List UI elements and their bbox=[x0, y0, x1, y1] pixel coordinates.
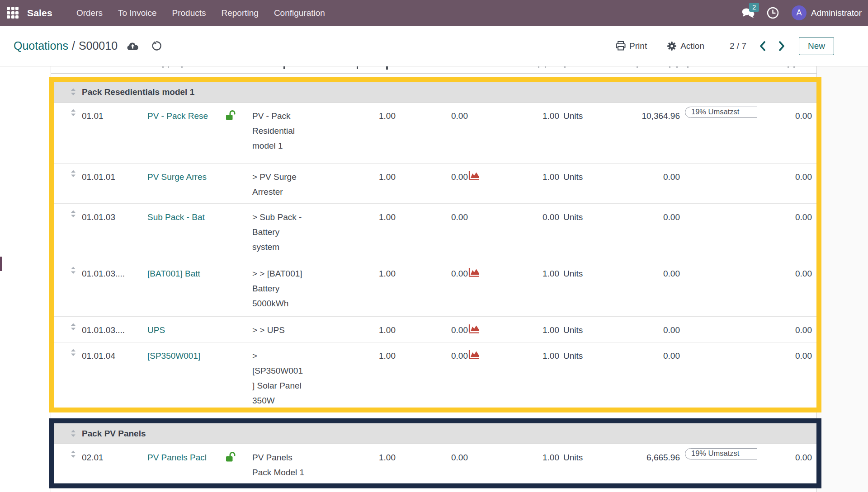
amount-cell[interactable]: 0.00 bbox=[757, 103, 816, 163]
drag-handle-icon[interactable] bbox=[54, 317, 82, 342]
unit-price-cell[interactable]: 0.00 bbox=[592, 204, 682, 260]
line-description[interactable]: > Sub Pack -Batterysystem bbox=[243, 204, 330, 260]
invoiced-cell[interactable]: 1.00 bbox=[493, 103, 561, 163]
print-button[interactable]: Print bbox=[616, 41, 647, 51]
delivered-cell[interactable]: 0.00 bbox=[398, 204, 468, 260]
invoiced-cell[interactable]: 1.00 bbox=[493, 444, 561, 483]
order-line-row[interactable]: 01.01.03....UPS> > UPS1.000.001.00Units0… bbox=[54, 317, 816, 342]
menu-to-invoice[interactable]: To Invoice bbox=[110, 1, 165, 25]
new-button[interactable]: New bbox=[799, 37, 834, 55]
delivered-cell[interactable]: 0.00 bbox=[398, 444, 468, 483]
menu-reporting[interactable]: Reporting bbox=[214, 1, 266, 25]
product-link[interactable]: PV Surge Arres bbox=[147, 164, 225, 203]
delivered-cell[interactable]: 0.00 bbox=[398, 260, 468, 316]
line-sequence[interactable]: 01.01.03.... bbox=[82, 317, 147, 342]
amount-cell[interactable]: 0.00 bbox=[757, 260, 816, 316]
delivered-cell[interactable]: 0.00 bbox=[398, 317, 468, 342]
drag-handle-icon[interactable] bbox=[54, 429, 82, 438]
pager-next-icon[interactable] bbox=[778, 41, 785, 51]
invoiced-cell[interactable]: 1.00 bbox=[493, 342, 561, 408]
amount-cell[interactable]: 0.00 bbox=[757, 342, 816, 408]
menu-orders[interactable]: Orders bbox=[69, 1, 110, 25]
messages-icon[interactable]: 2 bbox=[741, 7, 755, 19]
product-link[interactable]: [BAT001] Batt bbox=[147, 260, 225, 316]
discard-undo-icon[interactable] bbox=[151, 40, 162, 52]
product-link[interactable]: UPS bbox=[147, 317, 225, 342]
taxes-cell[interactable]: 19% Umsatzst bbox=[682, 444, 757, 483]
user-menu[interactable]: Administrator bbox=[811, 8, 862, 18]
line-description[interactable]: PV PanelsPack Model 1 bbox=[243, 444, 330, 483]
delivered-cell[interactable]: 0.00 bbox=[398, 103, 468, 163]
pager-previous-icon[interactable] bbox=[759, 41, 766, 51]
unit-price-cell[interactable]: 0.00 bbox=[592, 317, 682, 342]
line-sequence[interactable]: 01.01 bbox=[82, 103, 147, 163]
line-description[interactable]: > > [BAT001]Battery5000kWh bbox=[243, 260, 330, 316]
taxes-cell[interactable] bbox=[682, 317, 757, 342]
drag-handle-icon[interactable] bbox=[54, 88, 82, 96]
quantity-cell[interactable]: 1.00 bbox=[330, 342, 398, 408]
action-button[interactable]: Action bbox=[667, 41, 704, 51]
product-link[interactable]: PV - Pack Rese bbox=[147, 103, 225, 163]
taxes-cell[interactable] bbox=[682, 260, 757, 316]
order-line-row[interactable]: 01.01.03....[BAT001] Batt> > [BAT001]Bat… bbox=[54, 260, 816, 317]
order-line-row[interactable]: 01.01.03Sub Pack - Bat> Sub Pack -Batter… bbox=[54, 204, 816, 260]
invoiced-cell[interactable]: 1.00 bbox=[493, 317, 561, 342]
line-description[interactable]: > > UPS bbox=[243, 317, 330, 342]
unit-price-cell[interactable]: 0.00 bbox=[592, 260, 682, 316]
delivered-cell[interactable]: 0.00 bbox=[398, 342, 468, 408]
order-line-row[interactable]: 01.01PV - Pack ResePV - PackResidentialm… bbox=[54, 103, 816, 164]
drag-handle-icon[interactable] bbox=[54, 444, 82, 483]
quantity-cell[interactable]: 1.00 bbox=[330, 164, 398, 203]
product-link[interactable]: PV Panels Pacl bbox=[147, 444, 225, 483]
amount-cell[interactable]: 0.00 bbox=[757, 444, 816, 483]
invoiced-cell[interactable]: 1.00 bbox=[493, 260, 561, 316]
drag-handle-icon[interactable] bbox=[54, 342, 82, 408]
unit-price-cell[interactable]: 0.00 bbox=[592, 342, 682, 408]
quantity-cell[interactable]: 1.00 bbox=[330, 444, 398, 483]
unit-price-cell[interactable]: 6,665.96 bbox=[592, 444, 682, 483]
quantity-cell[interactable]: 1.00 bbox=[330, 103, 398, 163]
amount-cell[interactable]: 0.00 bbox=[757, 204, 816, 260]
menu-configuration[interactable]: Configuration bbox=[266, 1, 333, 25]
invoiced-cell[interactable]: 0.00 bbox=[493, 204, 561, 260]
apps-menu-icon[interactable] bbox=[7, 7, 19, 19]
drag-handle-icon[interactable] bbox=[54, 164, 82, 203]
line-sequence[interactable]: 02.01 bbox=[82, 444, 147, 483]
product-link[interactable]: [SP350W001] bbox=[147, 342, 225, 408]
line-sequence[interactable]: 01.01.03 bbox=[82, 204, 147, 260]
menu-products[interactable]: Products bbox=[165, 1, 214, 25]
line-sequence[interactable]: 01.01.04 bbox=[82, 342, 147, 408]
line-description[interactable]: >[SP350W001] Solar Panel350W bbox=[243, 342, 330, 408]
order-line-row[interactable]: 02.01PV Panels PaclPV PanelsPack Model 1… bbox=[54, 444, 816, 483]
breadcrumb-quotations[interactable]: Quotations bbox=[14, 39, 68, 52]
line-description[interactable]: PV - PackResidentialmodel 1 bbox=[243, 103, 330, 163]
taxes-cell[interactable]: 19% Umsatzst bbox=[682, 103, 757, 163]
quantity-cell[interactable]: 1.00 bbox=[330, 317, 398, 342]
taxes-cell[interactable] bbox=[682, 342, 757, 408]
app-name[interactable]: Sales bbox=[27, 8, 52, 19]
taxes-cell[interactable] bbox=[682, 204, 757, 260]
amount-cell[interactable]: 0.00 bbox=[757, 317, 816, 342]
line-description[interactable]: > PV SurgeArrester bbox=[243, 164, 330, 203]
product-link[interactable]: Sub Pack - Bat bbox=[147, 204, 225, 260]
drag-handle-icon[interactable] bbox=[54, 103, 82, 163]
order-line-row[interactable]: 01.01.01PV Surge Arres> PV SurgeArrester… bbox=[54, 164, 816, 204]
line-sequence[interactable]: 01.01.03.... bbox=[82, 260, 147, 316]
taxes-cell[interactable] bbox=[682, 164, 757, 203]
order-line-row[interactable]: 01.01.04[SP350W001]>[SP350W001] Solar Pa… bbox=[54, 342, 816, 408]
unit-price-cell[interactable]: 0.00 bbox=[592, 164, 682, 203]
user-avatar[interactable]: A bbox=[792, 5, 807, 20]
delivered-cell[interactable]: 0.00 bbox=[398, 164, 468, 203]
line-sequence[interactable]: 01.01.01 bbox=[82, 164, 147, 203]
amount-cell[interactable]: 0.00 bbox=[757, 164, 816, 203]
quantity-cell[interactable]: 1.00 bbox=[330, 260, 398, 316]
quantity-cell[interactable]: 1.00 bbox=[330, 204, 398, 260]
drag-handle-icon[interactable] bbox=[54, 260, 82, 316]
drag-handle-icon[interactable] bbox=[54, 204, 82, 260]
section-row[interactable]: Pack PV Panels bbox=[54, 423, 816, 444]
invoiced-cell[interactable]: 1.00 bbox=[493, 164, 561, 203]
unit-price-cell[interactable]: 10,364.96 bbox=[592, 103, 682, 163]
activities-clock-icon[interactable] bbox=[767, 7, 779, 19]
save-cloud-icon[interactable] bbox=[127, 41, 139, 51]
section-row[interactable]: Pack Resedientials model 1 bbox=[54, 82, 816, 103]
